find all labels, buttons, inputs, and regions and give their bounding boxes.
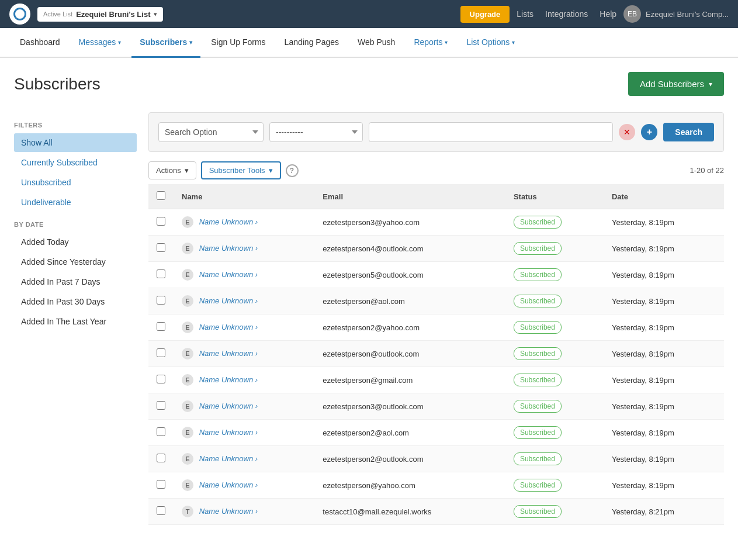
select-all-checkbox[interactable] <box>157 191 165 200</box>
row-type-badge: E <box>182 216 193 228</box>
sidebar-item-added-7-days[interactable]: Added In Past 7 Days <box>14 272 137 291</box>
row-date-cell: Yesterday, 8:19pm <box>604 446 724 472</box>
page-content: Subscribers Add Subscribers ▾ FILTERS Sh… <box>0 58 738 539</box>
row-checkbox[interactable] <box>157 296 165 305</box>
user-name: Ezequiel Bruni's Comp... <box>646 10 729 19</box>
table-row: E Name Unknown › ezetestperson2@outlook.… <box>148 446 724 472</box>
actions-button[interactable]: Actions ▾ <box>148 161 196 179</box>
row-status-cell: Subscribed <box>505 446 604 472</box>
search-text-input[interactable] <box>369 122 613 142</box>
row-name-link[interactable]: Name Unknown › <box>199 217 258 226</box>
row-checkbox[interactable] <box>157 375 165 383</box>
row-name-link[interactable]: Name Unknown › <box>199 402 258 410</box>
clear-search-button[interactable]: ✕ <box>619 124 635 140</box>
top-nav-lists[interactable]: Lists <box>517 9 533 19</box>
nav-landing-pages[interactable]: Landing Pages <box>276 28 347 58</box>
toolbar-left: Actions ▾ Subscriber Tools ▾ ? <box>148 161 299 179</box>
row-checkbox[interactable] <box>157 427 165 436</box>
toolbar-row: Actions ▾ Subscriber Tools ▾ ? 1-20 of 2… <box>148 161 724 179</box>
chevron-down-icon: ▾ <box>189 39 192 46</box>
row-checkbox[interactable] <box>157 322 165 331</box>
nav-messages[interactable]: Messages ▾ <box>71 28 130 58</box>
nav-signup-forms[interactable]: Sign Up Forms <box>203 28 273 58</box>
search-condition-select[interactable]: ---------- <box>269 122 363 142</box>
row-name-link[interactable]: Name Unknown › <box>199 323 258 331</box>
row-checkbox-cell <box>148 367 174 393</box>
sidebar-item-undeliverable[interactable]: Undeliverable <box>14 193 137 212</box>
row-email-cell: ezetestperson2@yahoo.com <box>314 314 505 341</box>
row-name-cell: E Name Unknown › <box>174 262 314 288</box>
row-name-cell: E Name Unknown › <box>174 236 314 262</box>
table-row: E Name Unknown › ezetestperson3@yahoo.co… <box>148 209 724 236</box>
subscriber-tools-button[interactable]: Subscriber Tools ▾ <box>201 161 281 179</box>
sidebar-item-currently-subscribed[interactable]: Currently Subscribed <box>14 153 137 172</box>
row-status-cell: Subscribed <box>505 393 604 420</box>
row-name-link[interactable]: Name Unknown › <box>199 270 258 279</box>
table-row: E Name Unknown › ezetestperson@yahoo.com… <box>148 472 724 499</box>
row-checkbox[interactable] <box>157 454 165 462</box>
row-status-cell: Subscribed <box>505 420 604 446</box>
active-list-label: Active List <box>43 11 72 18</box>
status-badge: Subscribed <box>514 400 562 413</box>
table-row: E Name Unknown › ezetestperson3@outlook.… <box>148 393 724 420</box>
top-nav-help[interactable]: Help <box>600 9 616 19</box>
user-area[interactable]: EB Ezequiel Bruni's Comp... <box>623 5 729 23</box>
help-button[interactable]: ? <box>286 164 299 177</box>
row-status-cell: Subscribed <box>505 262 604 288</box>
row-email-cell: testacct10@mail.ezequiel.works <box>314 499 505 525</box>
row-checkbox[interactable] <box>157 217 165 226</box>
nav-web-push[interactable]: Web Push <box>349 28 403 58</box>
row-email-cell: ezetestperson2@aol.com <box>314 420 505 446</box>
table-row: E Name Unknown › ezetestperson@aol.com S… <box>148 288 724 314</box>
sidebar-item-added-today[interactable]: Added Today <box>14 233 137 251</box>
row-checkbox[interactable] <box>157 401 165 410</box>
search-bar: Search Option ---------- ✕ + Search <box>148 112 724 152</box>
status-badge: Subscribed <box>514 426 562 439</box>
row-checkbox-cell <box>148 209 174 236</box>
logo-icon[interactable] <box>9 4 30 25</box>
row-name-link[interactable]: Name Unknown › <box>199 349 258 358</box>
row-name-cell: T Name Unknown › <box>174 499 314 525</box>
row-checkbox[interactable] <box>157 348 165 357</box>
secondary-nav: Dashboard Messages ▾ Subscribers ▾ Sign … <box>0 28 738 58</box>
row-checkbox[interactable] <box>157 269 165 278</box>
top-bar: Active List Ezequiel Bruni's List ▾ Upgr… <box>0 0 738 28</box>
row-name-cell: E Name Unknown › <box>174 314 314 341</box>
row-name-cell: E Name Unknown › <box>174 393 314 420</box>
add-search-condition-button[interactable]: + <box>641 124 657 140</box>
nav-list-options[interactable]: List Options ▾ <box>458 28 523 58</box>
row-name-link[interactable]: Name Unknown › <box>199 454 258 463</box>
row-status-cell: Subscribed <box>505 209 604 236</box>
row-name-link[interactable]: Name Unknown › <box>199 375 258 384</box>
sidebar-item-added-last-year[interactable]: Added In The Last Year <box>14 312 137 331</box>
status-badge: Subscribed <box>514 479 562 492</box>
sidebar: FILTERS Show All Currently Subscribed Un… <box>14 112 148 525</box>
nav-dashboard[interactable]: Dashboard <box>12 28 68 58</box>
row-status-cell: Subscribed <box>505 236 604 262</box>
row-name-link[interactable]: Name Unknown › <box>199 481 258 489</box>
sidebar-item-added-30-days[interactable]: Added In Past 30 Days <box>14 292 137 311</box>
top-nav-integrations[interactable]: Integrations <box>545 9 588 19</box>
nav-subscribers[interactable]: Subscribers ▾ <box>131 28 200 58</box>
sidebar-item-unsubscribed[interactable]: Unsubscribed <box>14 173 137 192</box>
row-date-cell: Yesterday, 8:21pm <box>604 499 724 525</box>
row-checkbox-cell <box>148 393 174 420</box>
nav-reports[interactable]: Reports ▾ <box>406 28 456 58</box>
search-option-select[interactable]: Search Option <box>158 122 264 142</box>
sidebar-item-added-since-yesterday[interactable]: Added Since Yesterday <box>14 253 137 271</box>
row-checkbox[interactable] <box>157 506 165 515</box>
row-name-link[interactable]: Name Unknown › <box>199 296 258 305</box>
row-date-cell: Yesterday, 8:19pm <box>604 393 724 420</box>
row-checkbox[interactable] <box>157 480 165 489</box>
active-list-selector[interactable]: Active List Ezequiel Bruni's List ▾ <box>37 7 163 22</box>
row-status-cell: Subscribed <box>505 288 604 314</box>
search-button[interactable]: Search <box>663 123 714 141</box>
row-checkbox[interactable] <box>157 243 165 252</box>
upgrade-button[interactable]: Upgrade <box>460 6 510 23</box>
row-name-link[interactable]: Name Unknown › <box>199 244 258 253</box>
row-name-link[interactable]: Name Unknown › <box>199 428 258 437</box>
status-badge: Subscribed <box>514 452 562 465</box>
add-subscribers-button[interactable]: Add Subscribers ▾ <box>628 72 724 96</box>
row-name-link[interactable]: Name Unknown › <box>199 507 258 516</box>
sidebar-item-show-all[interactable]: Show All <box>14 133 137 152</box>
